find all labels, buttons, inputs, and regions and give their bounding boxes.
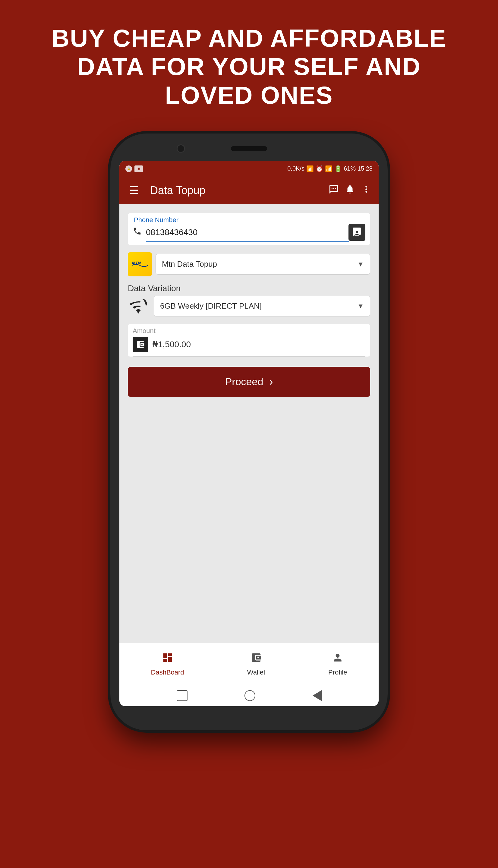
data-variation-heading: Data Variation	[128, 284, 370, 293]
wallet-label: Wallet	[247, 668, 265, 676]
wallet-icon	[133, 337, 148, 352]
battery-icon: 🔋	[334, 165, 342, 172]
hero-title: BUY CHEAP AND AFFORDABLE DATA FOR YOUR S…	[0, 0, 498, 128]
network-selector-row: MTN Mtn Data Topup ▼	[128, 252, 370, 276]
menu-button[interactable]: ☰	[127, 182, 141, 199]
proceed-label: Proceed	[225, 376, 263, 388]
phone-screen: 🔒 ▣ 0.0K/s 📶 ⏰ 📶 🔋 61% 15:28 ☰ Data Topu…	[119, 161, 379, 706]
profile-label: Profile	[328, 668, 347, 676]
status-left-icons: 🔒 ▣	[126, 165, 143, 172]
phone-icon	[133, 227, 142, 238]
network-dropdown-arrow: ▼	[357, 261, 364, 268]
status-bar: 🔒 ▣ 0.0K/s 📶 ⏰ 📶 🔋 61% 15:28	[119, 161, 379, 177]
network-speed: 0.0K/s	[287, 165, 304, 172]
network-dropdown[interactable]: Mtn Data Topup ▼	[156, 254, 370, 275]
nav-item-wallet[interactable]: Wallet	[247, 652, 265, 676]
nav-item-dashboard[interactable]: DashBoard	[151, 652, 184, 676]
main-content: Phone Number 08138436430 MTN	[119, 204, 379, 643]
contact-picker-button[interactable]	[349, 224, 365, 241]
chat-icon[interactable]	[329, 184, 339, 197]
home-button[interactable]	[245, 690, 255, 701]
recent-apps-button[interactable]	[176, 690, 187, 701]
amount-label: Amount	[133, 327, 365, 335]
lock-icon: 🔒	[126, 165, 132, 172]
bottom-navigation: DashBoard Wallet Profile	[119, 643, 379, 685]
proceed-arrow-icon: ›	[269, 375, 273, 388]
sim-icon: 📶	[306, 165, 314, 172]
svg-point-1	[137, 312, 139, 313]
data-plan-dropdown-arrow: ▼	[357, 302, 364, 310]
proceed-button[interactable]: Proceed ›	[128, 367, 370, 397]
router-icon	[128, 296, 149, 317]
bell-icon[interactable]	[345, 184, 355, 197]
alarm-icon: ⏰	[316, 165, 323, 172]
amount-value: ₦1,500.00	[153, 339, 365, 349]
amount-field: Amount ₦1,500.00	[128, 324, 370, 357]
phone-label: Phone Number	[134, 216, 179, 224]
wallet-nav-icon	[250, 652, 262, 666]
data-plan-label: 6GB Weekly [DIRECT PLAN]	[160, 302, 262, 311]
profile-icon	[332, 652, 343, 666]
data-variation-row: 6GB Weekly [DIRECT PLAN] ▼	[128, 296, 370, 317]
network-dropdown-label: Mtn Data Topup	[162, 259, 217, 269]
toolbar-title: Data Topup	[150, 184, 323, 197]
system-navigation	[119, 685, 379, 706]
phone-number-value: 08138436430	[146, 228, 344, 237]
phone-number-field[interactable]: Phone Number 08138436430	[128, 213, 370, 245]
status-right-info: 0.0K/s 📶 ⏰ 📶 🔋 61% 15:28	[287, 165, 372, 172]
time-display: 15:28	[357, 165, 372, 172]
dashboard-label: DashBoard	[151, 668, 184, 676]
nav-item-profile[interactable]: Profile	[328, 652, 347, 676]
more-options-icon[interactable]	[361, 184, 371, 197]
phone-camera	[176, 144, 185, 153]
screen-record-icon: ▣	[134, 165, 143, 172]
mtn-logo: MTN	[128, 252, 152, 276]
signal-bars: 📶	[325, 165, 332, 172]
back-button[interactable]	[313, 690, 322, 701]
phone-device: 🔒 ▣ 0.0K/s 📶 ⏰ 📶 🔋 61% 15:28 ☰ Data Topu…	[110, 134, 388, 730]
phone-speaker	[231, 146, 267, 151]
dashboard-icon	[162, 652, 173, 666]
app-toolbar: ☰ Data Topup	[119, 177, 379, 204]
battery-percent: 61%	[344, 165, 356, 172]
data-variation-section: Data Variation 6GB Weekly [DIRECT PLAN] …	[128, 284, 370, 317]
toolbar-action-icons	[329, 184, 371, 197]
amount-row: ₦1,500.00	[133, 337, 365, 352]
data-plan-dropdown[interactable]: 6GB Weekly [DIRECT PLAN] ▼	[154, 296, 370, 317]
